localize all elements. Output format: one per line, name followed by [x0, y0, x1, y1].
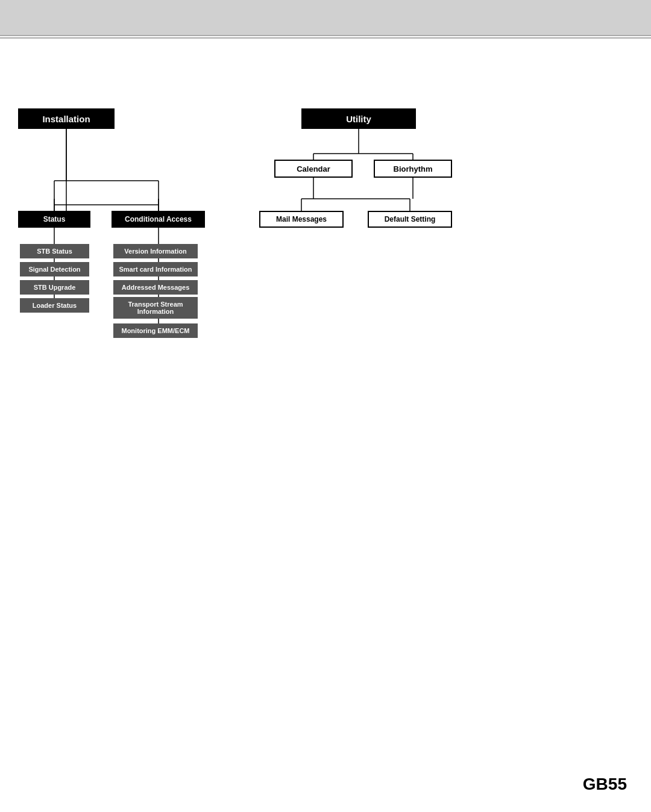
transport-stream-label: Transport Stream Information	[113, 301, 198, 315]
calendar-node: Calendar	[274, 160, 353, 178]
installation-node: Installation	[18, 108, 115, 129]
default-setting-node: Default Setting	[368, 211, 452, 228]
conditional-access-node: Conditional Access	[112, 211, 205, 228]
version-info-label: Version Information	[124, 248, 186, 255]
smartcard-info-node: Smart card Information	[113, 262, 198, 276]
stb-upgrade-node: STB Upgrade	[20, 280, 89, 295]
biorhythm-node: Biorhythm	[374, 160, 452, 178]
loader-status-node: Loader Status	[20, 298, 89, 313]
signal-detection-node: Signal Detection	[20, 262, 89, 276]
stb-status-node: STB Status	[20, 244, 89, 258]
top-bar	[0, 0, 651, 36]
default-setting-label: Default Setting	[385, 215, 436, 223]
transport-stream-node: Transport Stream Information	[113, 297, 198, 319]
utility-label: Utility	[346, 114, 371, 124]
page-label: GB55	[583, 775, 627, 794]
monitoring-node: Monitoring EMM/ECM	[113, 323, 198, 338]
calendar-label: Calendar	[297, 164, 330, 173]
addressed-messages-label: Addressed Messages	[122, 284, 190, 291]
smartcard-info-label: Smart card Information	[119, 266, 192, 273]
stb-upgrade-label: STB Upgrade	[34, 284, 76, 291]
monitoring-label: Monitoring EMM/ECM	[121, 327, 189, 334]
addressed-messages-node: Addressed Messages	[113, 280, 198, 295]
status-label: Status	[43, 215, 66, 223]
sub-bar	[0, 37, 651, 39]
mail-messages-node: Mail Messages	[259, 211, 344, 228]
signal-detection-label: Signal Detection	[28, 266, 80, 273]
biorhythm-label: Biorhythm	[394, 164, 433, 173]
loader-status-label: Loader Status	[33, 302, 77, 309]
conditional-access-label: Conditional Access	[125, 215, 192, 223]
stb-status-label: STB Status	[37, 248, 72, 255]
utility-node: Utility	[301, 108, 416, 129]
version-info-node: Version Information	[113, 244, 198, 258]
installation-label: Installation	[42, 114, 90, 124]
status-node: Status	[18, 211, 90, 228]
mail-messages-label: Mail Messages	[276, 215, 327, 223]
